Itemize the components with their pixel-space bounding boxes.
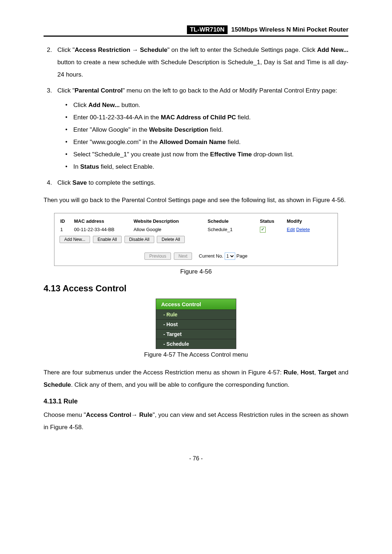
paragraph: Then you will go back to the Parental Co… [44,194,348,206]
section-4-13-1-title: 4.13.1 Rule [44,398,348,405]
sub-bullet: Click Add New... button. [65,99,348,111]
delete-link[interactable]: Delete [296,227,310,232]
text: There are four submenus under the Access… [44,369,283,376]
menu-item-host[interactable]: - Host [156,319,236,329]
menu-item-target[interactable]: - Target [156,329,236,339]
text: Select "Schedule_1" you create just now … [73,151,210,158]
text-bold: Website Description [149,126,208,133]
figure-4-56: ID MAC address Website Description Sched… [54,213,338,266]
text: Click [57,179,73,186]
cell-desc: Allow Google [133,225,207,234]
instruction-list: Click "Access Restriction → Schedule" on… [44,44,348,189]
cell-status: ✓ [259,225,286,234]
figure-4-57-caption: Figure 4-57 The Access Control menu [44,351,348,358]
text-bold: Effective Time [210,151,252,158]
model-badge: TL-WR710N [187,25,227,34]
text: field, select Enable. [99,163,154,170]
pagination-row: Previous Next Current No. 1 Page [60,253,332,260]
step-2: Click "Access Restriction → Schedule" on… [54,44,348,81]
section-4-13-title: 4.13 Access Control [44,283,348,294]
text: " menu on the left to go back to the Add… [123,87,337,94]
cell-schedule: Schedule_1 [207,225,259,234]
text-bold: Add New... [317,46,348,53]
text: Enter "Allow Google" in the [73,126,149,133]
text: Choose menu " [44,411,86,418]
text: field. [236,114,251,121]
text: and [336,369,348,376]
col-status: Status [259,217,286,225]
text: to complete the settings. [87,179,155,186]
cell-mac: 00-11-22-33-44-BB [73,225,133,234]
text: button. [120,102,140,108]
previous-button: Previous [144,253,171,260]
text-bold: Save [73,179,87,186]
page-select[interactable]: 1 [225,253,235,260]
text-bold: Add New... [89,102,120,108]
access-control-menu: Access Control - Rule - Host - Target - … [156,299,236,349]
next-button: Next [174,253,192,260]
text: Click " [57,87,75,94]
text: . Click any of them, and you will be abl… [71,381,290,388]
text: button to create a new schedule with Sch… [57,59,348,78]
cell-id: 1 [60,225,73,234]
menu-header: Access Control [156,299,236,309]
text: field. [226,139,241,145]
text: , [297,369,301,376]
current-no-label: Current No. [199,253,223,259]
page-label: Page [236,253,247,259]
col-desc: Website Description [133,217,207,225]
text-bold: Access Control→ Rule [86,411,153,418]
sub-bullet: In Status field, select Enable. [65,161,348,173]
header-subtitle: 150Mbps Wireless N Mini Pocket Router [229,26,348,33]
text: Enter 00-11-22-33-44-AA in the [73,114,161,121]
text: In [73,163,80,170]
text-bold: Host [301,369,314,376]
page-header: TL-WR710N 150Mbps Wireless N Mini Pocket… [44,25,348,37]
step-3: Click "Parental Control" menu on the lef… [54,85,348,173]
step-3-sublist: Click Add New... button. Enter 00-11-22-… [57,99,348,173]
text-bold: Rule [283,369,297,376]
text-bold: Parental Control [75,87,123,94]
sub-bullet: Enter "Allow Google" in the Website Desc… [65,124,348,136]
menu-item-schedule[interactable]: - Schedule [156,339,236,349]
text: drop-down list. [252,151,294,158]
sub-bullet: Enter "www.google.com" in the Allowed Do… [65,136,348,148]
text: Click " [57,46,75,53]
figure-4-56-caption: Figure 4-56 [44,268,348,275]
text-bold: Schedule [44,381,71,388]
enable-all-button[interactable]: Enable All [93,236,122,243]
sub-bullet: Enter 00-11-22-33-44-AA in the MAC Addre… [65,111,348,124]
text: Enter "www.google.com" in the [73,139,159,145]
cell-modify: Edit Delete [286,225,332,234]
parental-control-table: ID MAC address Website Description Sched… [60,217,332,234]
delete-all-button[interactable]: Delete All [157,236,185,243]
edit-link[interactable]: Edit [287,227,295,232]
col-schedule: Schedule [207,217,259,225]
text-bold: Status [80,163,99,170]
table-row: 1 00-11-22-33-44-BB Allow Google Schedul… [60,225,332,234]
sub-bullet: Select "Schedule_1" you create just now … [65,148,348,161]
text: field. [208,126,223,133]
text: , [314,369,318,376]
text-bold: Target [318,369,336,376]
text-bold: Allowed Domain Name [159,139,226,145]
paragraph: Choose menu "Access Control→ Rule", you … [44,409,348,434]
col-modify: Modify [286,217,332,225]
col-mac: MAC address [73,217,133,225]
paragraph: There are four submenus under the Access… [44,366,348,391]
checkbox-icon[interactable]: ✓ [260,227,266,233]
text-bold: Access Restriction → Schedule [75,46,167,53]
add-new-button[interactable]: Add New... [60,236,90,243]
disable-all-button[interactable]: Disable All [124,236,154,243]
text-bold: MAC Address of Child PC [161,114,236,121]
text: " on the left to enter the Schedule Sett… [167,46,317,53]
text: Click [73,102,89,108]
step-4: Click Save to complete the settings. [54,177,348,189]
menu-item-rule[interactable]: - Rule [156,309,236,319]
button-row: Add New... Enable All Disable All Delete… [60,236,332,243]
col-id: ID [60,217,73,225]
page-number: - 76 - [44,455,348,462]
